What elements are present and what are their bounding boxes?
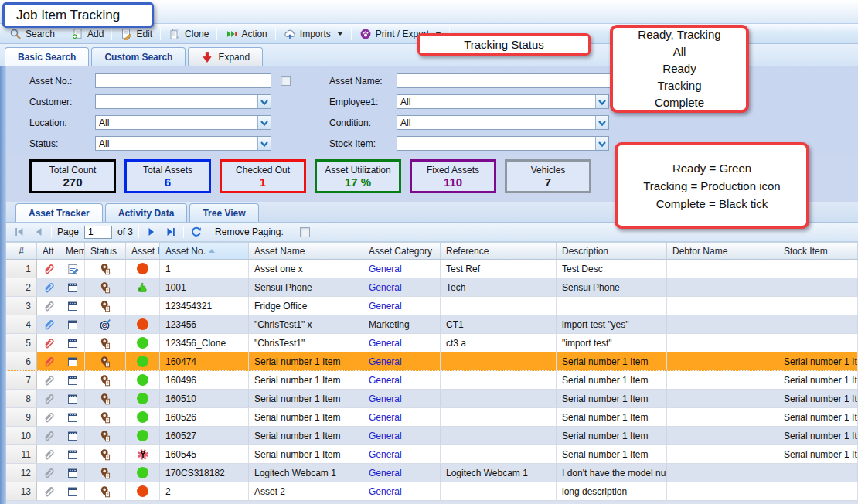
condition-combo[interactable]: All: [397, 115, 609, 130]
asset-category-cell[interactable]: General: [363, 260, 441, 278]
tab-basic-search[interactable]: Basic Search: [5, 47, 89, 66]
memo-cell[interactable]: [60, 371, 85, 389]
status-cell: [85, 297, 126, 315]
memo-cell[interactable]: [60, 297, 85, 315]
location-combo[interactable]: All: [95, 115, 271, 130]
stock-item-combo[interactable]: [397, 136, 609, 151]
asset-category-cell[interactable]: General: [363, 297, 441, 315]
column-header-description[interactable]: Description: [557, 243, 667, 259]
table-row[interactable]: 12170CS318182Logitech Webcam 1GeneralLog…: [6, 464, 858, 482]
combo-dropdown-button[interactable]: [595, 95, 608, 108]
memo-cell[interactable]: [60, 464, 85, 482]
exact-match-checkbox[interactable]: [281, 76, 291, 86]
combo-value: All: [400, 97, 594, 107]
table-row[interactable]: 4123456"ChrisTest1" xMarketingCT1import …: [6, 315, 858, 334]
column-header-asset-no[interactable]: Asset No.: [160, 243, 249, 259]
table-row[interactable]: 7160496Serial number 1 ItemGeneralSerial…: [6, 371, 858, 390]
annotation-line: Complete = Black tick: [656, 195, 768, 213]
attachment-cell[interactable]: [37, 278, 60, 296]
memo-cell[interactable]: [60, 427, 85, 444]
asset-category-cell[interactable]: General: [363, 445, 441, 463]
employee1-combo[interactable]: All: [397, 94, 609, 109]
table-row[interactable]: 11Asset one xGeneralTest RefTest Desc: [6, 260, 858, 278]
toolbar-button-imports[interactable]: Imports: [277, 26, 349, 43]
column-header-att[interactable]: Att: [37, 243, 60, 259]
condition-label: Condition:: [329, 117, 397, 128]
combo-value: All: [400, 117, 594, 128]
toolbar-button-clone[interactable]: Clone: [162, 26, 215, 43]
attachment-cell[interactable]: [37, 464, 60, 482]
combo-dropdown-button[interactable]: [257, 137, 271, 150]
column-header-debtor-name[interactable]: Debtor Name: [667, 243, 778, 259]
memo-cell[interactable]: [60, 445, 85, 463]
asset-category-cell[interactable]: General: [363, 278, 441, 296]
memo-cell[interactable]: [60, 352, 85, 370]
asset-no-input[interactable]: [95, 73, 271, 88]
memo-cell[interactable]: [60, 315, 85, 333]
first-page-button[interactable]: [12, 225, 26, 239]
asset-category-cell[interactable]: General: [363, 352, 441, 370]
attachment-cell[interactable]: [37, 260, 60, 278]
table-row[interactable]: 3123454321Fridge OfficeGeneral: [6, 297, 858, 315]
column-header-label: Asset Category: [369, 246, 432, 257]
column-header-stock-item[interactable]: Stock Item: [778, 243, 858, 259]
column-header-[interactable]: #: [6, 243, 37, 259]
last-page-button[interactable]: [164, 225, 178, 239]
table-row[interactable]: 21001Sensui PhoneGeneralTechSensui Phone: [6, 278, 858, 297]
table-row[interactable]: 6160474Serial number 1 ItemGeneralSerial…: [6, 352, 858, 371]
customer-combo[interactable]: [95, 94, 271, 109]
asset-category-cell[interactable]: General: [363, 464, 441, 482]
attachment-cell[interactable]: [37, 352, 60, 370]
attachment-cell[interactable]: [37, 297, 60, 315]
asset-category-cell[interactable]: General: [363, 371, 441, 389]
memo-cell[interactable]: [60, 390, 85, 407]
memo-cell[interactable]: [60, 260, 85, 278]
table-row[interactable]: 5123456_Clone"ChrisTest1"Generalct3 a"im…: [6, 334, 858, 352]
asset-category-cell[interactable]: General: [363, 390, 441, 407]
attachment-cell[interactable]: [37, 482, 60, 500]
attachment-cell[interactable]: [37, 371, 60, 389]
combo-dropdown-button[interactable]: [595, 137, 608, 150]
status-combo[interactable]: All: [95, 136, 271, 151]
tab-activity-data[interactable]: Activity Data: [105, 203, 188, 222]
asset-name-input[interactable]: [397, 73, 625, 88]
column-header-asset-item[interactable]: Asset Item: [126, 243, 160, 259]
tab-asset-tracker[interactable]: Asset Tracker: [15, 203, 103, 222]
refresh-icon[interactable]: [189, 225, 203, 239]
table-row[interactable]: 8160510Serial number 1 ItemGeneralSerial…: [6, 390, 858, 408]
asset-category-cell[interactable]: General: [363, 427, 441, 444]
column-header-memo[interactable]: Memo: [60, 243, 85, 259]
asset-category-cell[interactable]: General: [363, 482, 441, 500]
combo-dropdown-button[interactable]: [257, 116, 271, 129]
previous-page-button[interactable]: [32, 225, 46, 239]
next-page-button[interactable]: [145, 225, 158, 239]
combo-dropdown-button[interactable]: [257, 95, 271, 108]
asset-category-cell[interactable]: General: [363, 408, 441, 426]
table-row[interactable]: 9160526Serial number 1 ItemGeneralSerial…: [6, 408, 858, 427]
table-row[interactable]: 11160545Serial number 1 ItemGeneralSeria…: [6, 445, 858, 464]
attachment-cell[interactable]: [37, 390, 60, 407]
toolbar-button-action[interactable]: Action: [219, 26, 273, 43]
attachment-cell[interactable]: [37, 445, 60, 463]
column-header-reference[interactable]: Reference: [441, 243, 557, 259]
asset-category-cell[interactable]: General: [363, 334, 441, 352]
attachment-cell[interactable]: [37, 408, 60, 426]
memo-cell[interactable]: [60, 278, 85, 296]
table-row[interactable]: 10160527Serial number 1 ItemGeneralSeria…: [6, 427, 858, 445]
column-header-asset-category[interactable]: Asset Category: [363, 243, 441, 259]
memo-cell[interactable]: [60, 334, 85, 352]
table-row[interactable]: 132Asset 2Generallong description: [6, 482, 858, 501]
attachment-cell[interactable]: [37, 427, 60, 444]
memo-cell[interactable]: [60, 482, 85, 500]
attachment-cell[interactable]: [37, 334, 60, 352]
expand-button[interactable]: Expand: [188, 47, 263, 66]
column-header-asset-name[interactable]: Asset Name: [249, 243, 363, 259]
memo-cell[interactable]: [60, 408, 85, 426]
tab-tree-view[interactable]: Tree View: [189, 203, 258, 222]
tab-custom-search[interactable]: Custom Search: [91, 47, 186, 66]
column-header-status[interactable]: Status: [85, 243, 126, 259]
attachment-cell[interactable]: [37, 315, 60, 333]
page-number-input[interactable]: [84, 226, 112, 239]
combo-dropdown-button[interactable]: [595, 116, 608, 129]
remove-paging-checkbox[interactable]: [300, 227, 310, 237]
